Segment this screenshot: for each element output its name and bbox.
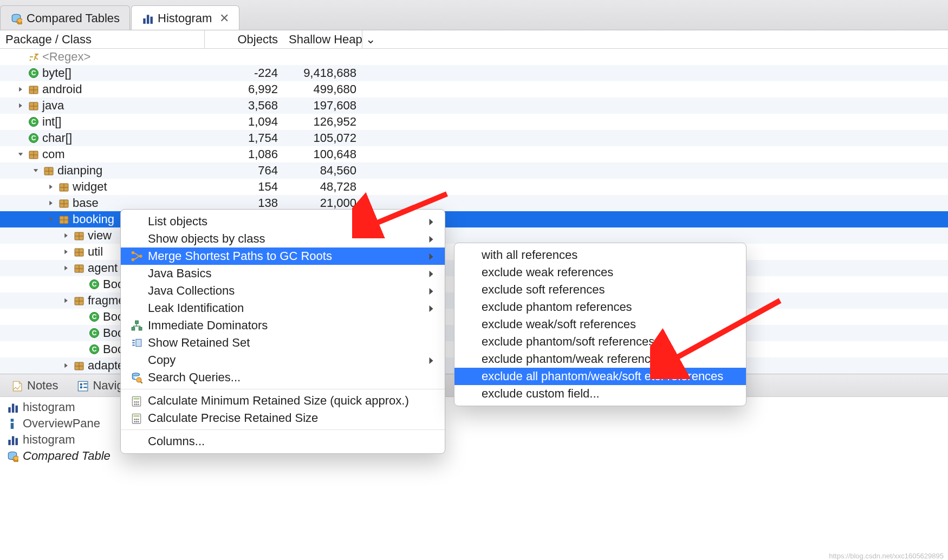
expand-right-icon[interactable] [62, 297, 70, 304]
submenu-gc-roots[interactable]: with all referencesexclude weak referenc… [454, 243, 746, 406]
nav-item-label: histogram [23, 433, 75, 447]
nav-item-label: OverviewPane [23, 416, 100, 431]
row-label: int[] [42, 115, 61, 129]
expand-right-icon[interactable] [62, 264, 70, 272]
menu-item-label: exclude custom field... [482, 387, 736, 401]
col-package-class[interactable]: Package / Class [0, 30, 205, 49]
nav-item-label: histogram [23, 400, 75, 414]
table-row[interactable]: char[]1,754105,072 [0, 130, 948, 146]
expand-down-icon[interactable] [47, 216, 55, 223]
blank-icon [464, 284, 476, 296]
menu-item-label: exclude weak references [482, 265, 736, 279]
submenu-arrow-icon [427, 214, 435, 229]
menu-item[interactable]: Show objects by class [121, 230, 445, 248]
blank-icon [131, 354, 142, 366]
calc-icon [131, 395, 142, 407]
table-row[interactable]: dianping76484,560 [0, 162, 948, 179]
class-icon [89, 344, 100, 355]
class-icon [28, 116, 39, 127]
package-icon [74, 295, 85, 306]
package-icon [28, 84, 39, 95]
submenu-arrow-icon [427, 284, 435, 298]
menu-item[interactable]: exclude weak references [454, 264, 746, 281]
menu-item[interactable]: exclude custom field... [454, 385, 746, 402]
menu-item[interactable]: with all references [454, 246, 746, 264]
menu-item[interactable]: exclude soft references [454, 281, 746, 298]
hist-icon [7, 401, 18, 413]
class-icon [28, 68, 39, 79]
tab-histogram[interactable]: Histogram ✕ [131, 5, 239, 30]
expand-right-icon[interactable] [16, 86, 25, 93]
menu-item[interactable]: Java Collections [121, 282, 445, 299]
cell-objects: 764 [205, 162, 283, 179]
blank-icon [464, 266, 476, 278]
package-icon [59, 214, 69, 225]
menu-item[interactable]: exclude phantom/soft references [454, 333, 746, 350]
class-icon [28, 133, 39, 144]
menu-item-label: Search Queries... [148, 370, 435, 385]
watermark: https://blog.csdn.net/xxc1605629895 [829, 552, 944, 560]
row-label: base [73, 196, 99, 210]
table-row[interactable]: android6,992499,680 [0, 81, 948, 97]
cell-name: byte[] [0, 65, 205, 81]
table-row[interactable]: <Regex> [0, 49, 948, 65]
table-header: Package / Class Objects Shallow Heap ⌄ [0, 30, 948, 49]
menu-item[interactable]: Columns... [121, 433, 445, 450]
menu-item-label: exclude phantom/weak references [482, 352, 736, 366]
expand-right-icon[interactable] [47, 183, 55, 191]
menu-item[interactable]: exclude weak/soft references [454, 316, 746, 333]
table-row[interactable]: widget15448,728 [0, 179, 948, 195]
menu-item-label: exclude phantom/soft references [482, 335, 736, 349]
menu-item[interactable]: Java Basics [121, 265, 445, 282]
expand-down-icon[interactable] [31, 167, 40, 174]
menu-item-label: Calculate Precise Retained Size [148, 411, 435, 425]
menu-item[interactable]: Calculate Precise Retained Size [121, 409, 445, 427]
menu-item[interactable]: Search Queries... [121, 369, 445, 386]
menu-item[interactable]: Leak Identification [121, 299, 445, 317]
table-row[interactable]: java3,568197,608 [0, 97, 948, 114]
cell-shallow: 48,728 [283, 179, 362, 195]
cell-shallow: 105,072 [283, 130, 362, 146]
menu-item[interactable]: Copy [121, 351, 445, 369]
table-row[interactable]: int[]1,094126,952 [0, 114, 948, 130]
bottom-tab-notes[interactable]: Notes [5, 375, 63, 396]
cell-name: char[] [0, 130, 205, 146]
menu-item-label: Java Basics [148, 266, 422, 281]
menu-item[interactable]: Immediate Dominators [121, 317, 445, 334]
menu-item[interactable]: List objects [121, 213, 445, 230]
menu-item-label: exclude soft references [482, 283, 736, 297]
tab-label: Histogram [158, 11, 212, 25]
histogram-icon [141, 12, 153, 24]
menu-item[interactable]: Merge Shortest Paths to GC Roots [121, 248, 445, 265]
calc-icon [131, 412, 142, 424]
menu-item[interactable]: Calculate Minimum Retained Size (quick a… [121, 392, 445, 409]
row-label: char[] [42, 131, 72, 145]
menu-item[interactable]: exclude all phantom/weak/soft etc. refer… [454, 368, 746, 385]
menu-item[interactable]: exclude phantom references [454, 298, 746, 316]
expand-right-icon[interactable] [47, 199, 55, 207]
expand-right-icon[interactable] [62, 232, 70, 239]
blank-icon [464, 370, 476, 382]
search-icon [131, 372, 142, 383]
tab-compared-tables[interactable]: Compared Tables [0, 5, 130, 30]
col-objects[interactable]: Objects [205, 30, 283, 49]
menu-item-label: exclude weak/soft references [482, 317, 736, 331]
menu-item[interactable]: Show Retained Set [121, 334, 445, 351]
package-icon [59, 198, 69, 209]
blank-icon [464, 249, 476, 261]
ret-icon [131, 337, 142, 349]
cell-shallow: 9,418,688 [283, 65, 362, 81]
expand-down-icon[interactable] [16, 151, 25, 158]
submenu-arrow-icon [427, 353, 435, 367]
table-row[interactable]: byte[]-2249,418,688 [0, 65, 948, 81]
cell-shallow: 197,608 [283, 97, 362, 114]
col-shallow-heap[interactable]: Shallow Heap ⌄ [283, 30, 362, 49]
close-icon[interactable]: ✕ [219, 11, 229, 25]
expand-right-icon[interactable] [16, 102, 25, 109]
menu-item[interactable]: exclude phantom/weak references [454, 350, 746, 368]
cell-shallow: 126,952 [283, 114, 362, 130]
expand-right-icon[interactable] [62, 248, 70, 256]
context-menu[interactable]: List objectsShow objects by classMerge S… [120, 209, 445, 454]
expand-right-icon[interactable] [62, 362, 70, 369]
table-row[interactable]: com1,086100,648 [0, 146, 948, 162]
